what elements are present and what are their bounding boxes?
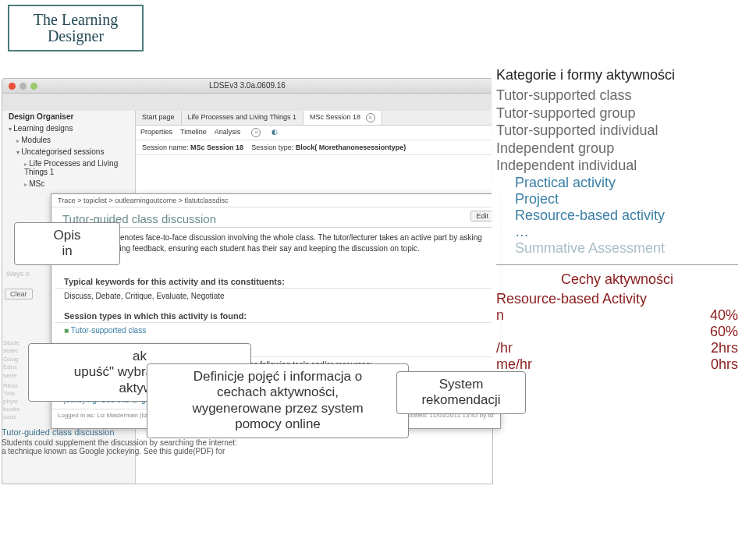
zoom-icon[interactable] — [30, 83, 37, 90]
cat-sub: Summative Assessment — [496, 240, 738, 257]
window-titlebar: LDSEv3 3.0a.0609.16 — [2, 78, 493, 94]
cat-sub: Practical activity — [496, 175, 738, 191]
wiki-sect1-body: Discuss, Debate, Critique, Evaluate, Neg… — [51, 289, 500, 303]
session-type-label: Session type: — [251, 144, 293, 151]
tab-life[interactable]: Life Processes and Living Things 1 — [182, 111, 304, 125]
wiki-title: Tutor-guided class discussion — [55, 207, 497, 228]
cat-line: Independent individual — [496, 157, 738, 175]
right-info-pane: Kategorie i formy aktywności Tutor-suppo… — [492, 62, 743, 384]
sidebar-item-msc[interactable]: MSc — [2, 178, 135, 190]
clear-button[interactable]: Clear — [5, 289, 33, 299]
tutor-body: Students could supplement the discussion… — [2, 438, 240, 455]
app-logo: The Learning Designer — [8, 5, 144, 51]
logo-line1: The Learning — [34, 12, 118, 28]
app-toolbar — [2, 94, 493, 111]
cat-sub: Resource-based activity — [496, 207, 738, 224]
cat-line: Tutor-supported group — [496, 105, 738, 122]
minimize-icon[interactable] — [20, 83, 27, 90]
callout-definitions: Definicje pojęć i informacja o cechach a… — [147, 363, 409, 438]
subtab-properties[interactable]: Properties — [140, 128, 172, 137]
cat-line: Tutor-supported class — [496, 87, 738, 105]
window-title: LDSEv3 3.0a.0609.16 — [209, 81, 286, 90]
wiki-trace: Trace > topiclist > outlearningoutcome >… — [51, 194, 500, 207]
edit-button[interactable]: Edit — [470, 211, 494, 222]
main-tabs: Start page Life Processes and Living Thi… — [136, 111, 492, 126]
sidebar-item-life-processes[interactable]: Life Processes and Living Things 1 — [2, 158, 135, 178]
cat-sub: … — [496, 224, 738, 240]
sub-tabs: Properties Timeline Analysis × ◐ — [136, 126, 492, 140]
faded-label-ways: Ways o — [6, 270, 30, 278]
subtab-analysis[interactable]: Analysis — [215, 128, 241, 137]
logo-line2: Designer — [34, 28, 118, 44]
cat-line: Independent group — [496, 140, 738, 158]
prop-row: 60% — [496, 324, 738, 340]
prop-row: me/hr0hrs — [496, 356, 738, 373]
wiki-sect1-title: Typical keywords for this activity and i… — [55, 269, 497, 289]
subtab-timeline[interactable]: Timeline — [180, 128, 207, 137]
callout-recommendation-system: System rekomendacji — [396, 371, 526, 414]
session-type-value: Block( Morethanonesessiontype) — [296, 144, 406, 151]
cat-line: Tutor-supported individual — [496, 122, 738, 140]
callout-description: Opis in — [14, 222, 120, 265]
activity-category: Resource-based Activity — [496, 291, 738, 307]
close-subtab-icon[interactable]: × — [251, 128, 261, 137]
close-icon[interactable] — [9, 83, 16, 90]
session-info: Session name: MSc Session 18 Session typ… — [136, 140, 492, 155]
separator — [496, 264, 738, 265]
sidebar-heading: Design Organiser — [2, 111, 135, 122]
cat-sub: Project — [496, 191, 738, 207]
cechy-heading: Cechy aktywności — [496, 271, 738, 288]
prop-row: n40% — [496, 307, 738, 324]
prop-row: /hr2hrs — [496, 340, 738, 356]
help-icon[interactable]: ◐ — [272, 128, 278, 137]
window-controls[interactable] — [4, 80, 42, 93]
kategorie-heading: Kategorie i formy aktywności — [496, 67, 738, 83]
wiki-sect2-body: ■ Tutor-supported class — [51, 323, 500, 338]
sidebar-item-modules[interactable]: Modules — [2, 134, 135, 146]
session-name-value: MSc Session 18 — [190, 144, 243, 151]
tab-msc[interactable]: MSc Session 18 × — [304, 111, 382, 125]
sidebar-item-learning-designs[interactable]: Learning designs — [2, 122, 135, 134]
wiki-sect2-title: Session types in which this activity is … — [55, 303, 497, 323]
close-tab-icon[interactable]: × — [366, 113, 375, 122]
tab-start[interactable]: Start page — [136, 111, 182, 125]
session-name-label: Session name: — [142, 144, 189, 151]
sidebar-item-uncategorised[interactable]: Uncategorised sessions — [2, 146, 135, 158]
